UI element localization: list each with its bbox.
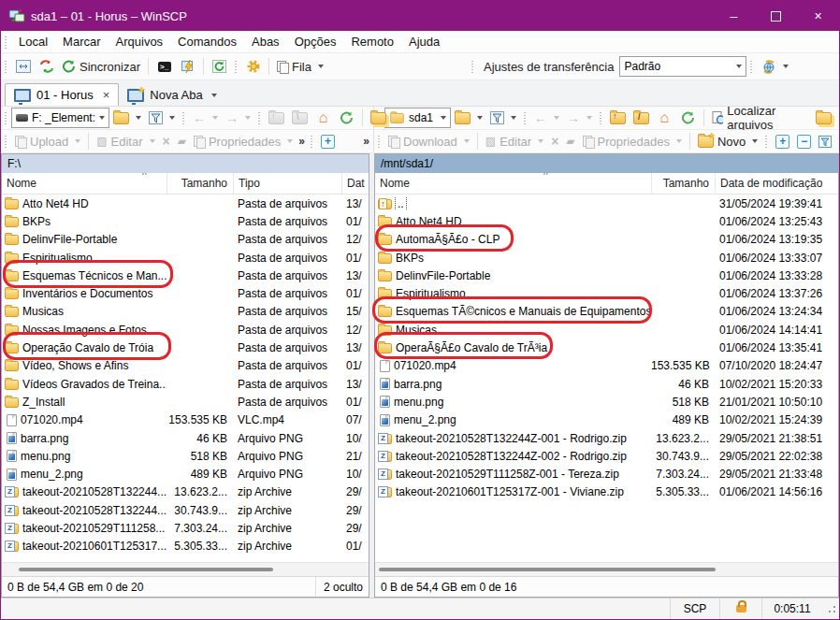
local-delete-button[interactable]: × (159, 132, 174, 151)
toolbar-grip[interactable] (4, 134, 8, 149)
overflow-chevron[interactable]: » (361, 135, 371, 148)
tab-close-icon[interactable]: × (103, 88, 110, 102)
toolbar-grip[interactable] (4, 59, 8, 74)
file-row[interactable]: Atto Net4 HD01/06/2024 13:25:43 (375, 212, 838, 230)
file-row[interactable]: Inventários e DocumentosPasta de arquivo… (2, 284, 369, 302)
synchronize-browsing-icon[interactable] (35, 57, 58, 77)
preferences-gear-icon[interactable] (241, 57, 265, 77)
toolbar-grip[interactable] (257, 110, 262, 125)
file-row[interactable]: takeout-20210529T111258Z-001 - Tereza.zi… (375, 465, 838, 483)
toolbar-grip[interactable] (310, 134, 314, 149)
remote-filter-button[interactable] (486, 109, 520, 126)
remote-filter-toggle[interactable] (815, 134, 835, 150)
toolbar-grip[interactable] (4, 35, 8, 50)
file-row[interactable]: Espiritualismo01/06/2024 13:37:26 (375, 284, 838, 302)
local-forward-button[interactable]: → (222, 109, 254, 126)
file-row[interactable]: 071020.mp4153.535 KBVLC.mp407/ (2, 411, 369, 429)
toolbar-grip[interactable] (234, 59, 239, 74)
local-drive-select[interactable]: F: _Element: (11, 108, 109, 128)
file-row[interactable]: takeout-20210528T132244...30.743.9...zip… (2, 501, 369, 519)
file-row[interactable]: takeout-20210529T111258...7.303.24...zip… (2, 519, 369, 537)
remote-forward-button[interactable]: → (563, 109, 596, 126)
minimize-button[interactable]: – (713, 1, 755, 31)
tab-01-horus[interactable]: 01 - Horus × (5, 83, 119, 106)
remote-back-button[interactable]: ← (530, 109, 563, 126)
file-row[interactable]: barra.png46 KB10/02/2021 15:20:33 (375, 375, 838, 393)
transfer-options-globe-icon[interactable] (757, 57, 780, 77)
custom-command-icon[interactable] (176, 57, 199, 77)
encryption-cell[interactable] (719, 598, 761, 619)
menu-comandos[interactable]: Comandos (170, 35, 244, 49)
menu-arquivos[interactable]: Arquivos (109, 35, 171, 49)
remote-horizontal-scrollbar[interactable] (375, 562, 838, 576)
session-duration-cell[interactable]: 0:05:11 (761, 598, 822, 619)
resize-grip[interactable] (826, 603, 837, 614)
find-files-button[interactable]: Localizar arquivos (708, 102, 812, 134)
console-icon[interactable]: >_ (152, 57, 176, 77)
file-row[interactable]: takeout-20210528T132244...13.623.2...zip… (2, 483, 369, 501)
menu-remoto[interactable]: Remoto (343, 35, 401, 49)
file-row[interactable]: Operação Cavalo de TróiaPasta de arquivo… (2, 339, 369, 356)
remote-properties-button[interactable]: Propriedades (579, 133, 686, 151)
remote-path-bar[interactable]: /mnt/sda1/ (375, 154, 838, 173)
file-row[interactable]: AutomaÃ§Ã£o - CLP01/06/2024 13:19:35 (375, 231, 838, 249)
local-open-directory-button[interactable] (109, 110, 145, 126)
upload-button[interactable]: Upload (11, 133, 84, 151)
new-button[interactable]: ★Novo (694, 133, 761, 151)
toolbar-grip[interactable] (749, 59, 754, 74)
file-row[interactable]: Musicas01/06/2024 14:14:41 (375, 321, 838, 339)
remote-refresh-icon[interactable] (676, 108, 700, 128)
local-rename-button[interactable]: ▰ (174, 133, 190, 150)
file-row[interactable]: takeout-20210528T132244Z-001 - Rodrigo.z… (375, 429, 838, 447)
remote-remove-button[interactable]: − (793, 133, 815, 151)
remote-add-button[interactable]: + (772, 133, 793, 151)
file-row[interactable]: menu.png518 KBArquivo PNG21/ (2, 447, 369, 465)
local-edit-button[interactable]: ▨Editar (93, 133, 158, 151)
menu-local[interactable]: Local (11, 35, 55, 49)
remote-rename-button[interactable]: ▰ (562, 133, 578, 150)
file-row[interactable]: Esquemas TÃ©cnicos e Manuais de Equipame… (375, 303, 838, 321)
file-row[interactable]: ..31/05/2024 19:39:41 (375, 195, 838, 212)
file-row[interactable]: menu_2.png489 KB10/02/2021 15:24:39 (375, 411, 838, 429)
file-row[interactable]: OperaÃ§Ã£o Cavalo de TrÃ³ia01/06/2024 13… (375, 339, 838, 356)
overflow-chevron[interactable]: » (297, 135, 307, 148)
close-button[interactable]: × (797, 1, 839, 31)
menu-ajuda[interactable]: Ajuda (401, 35, 447, 49)
maximize-button[interactable] (755, 1, 797, 31)
menu-abas[interactable]: Abas (244, 35, 287, 49)
refresh-panels-icon[interactable] (208, 57, 231, 77)
file-row[interactable]: takeout-20210528T132244Z-002 - Rodrigo.z… (375, 447, 838, 465)
toolbar-grip[interactable] (471, 59, 475, 74)
local-root-directory-icon[interactable]: \ (288, 108, 311, 128)
local-add-button[interactable]: + (317, 133, 339, 151)
file-row[interactable]: BKPsPasta de arquivos01/ (2, 212, 369, 230)
file-row[interactable]: BKPs01/06/2024 13:33:07 (375, 249, 838, 267)
remote-directory-select[interactable]: sda1 (384, 108, 451, 128)
file-row[interactable]: DelinvFile-PortablePasta de arquivos12/ (2, 231, 369, 249)
protocol-cell[interactable]: SCP (670, 598, 719, 619)
file-row[interactable]: Vídeos Gravados de Treina...Pasta de arq… (2, 375, 369, 393)
title-bar[interactable]: sda1 – 01 - Horus – WinSCP – × (1, 1, 839, 31)
file-row[interactable]: menu.png518 KB21/01/2021 10:50:10 (375, 393, 838, 411)
file-row[interactable]: barra.png46 KBArquivo PNG10/ (2, 429, 369, 447)
local-back-button[interactable]: ← (189, 109, 222, 126)
local-properties-button[interactable]: Propriedades (190, 133, 297, 151)
file-row[interactable]: Nossas Imagens e FotosPasta de arquivos1… (2, 321, 369, 339)
remote-root-directory-icon[interactable]: / (630, 108, 653, 128)
remote-parent-directory-icon[interactable]: ↑ (606, 108, 630, 128)
file-row[interactable]: takeout-20210601T125317...5.305.33...zip… (2, 538, 369, 555)
local-horizontal-scrollbar[interactable] (2, 562, 369, 576)
panel-layout-icon[interactable] (11, 57, 35, 77)
toolbar-grip[interactable] (599, 110, 603, 125)
column-header-date[interactable]: Data de modificação (715, 173, 838, 194)
toolbar-grip[interactable] (523, 110, 528, 125)
toolbar-grip[interactable] (764, 134, 769, 149)
transfer-settings-select[interactable]: Padrão (619, 56, 746, 77)
toolbar-grip[interactable] (181, 110, 186, 125)
file-row[interactable]: 071020.mp4153.535 KB07/10/2020 18:24:47 (375, 357, 838, 375)
local-path-bar[interactable]: F:\ (2, 154, 369, 173)
transfer-options-caret[interactable] (783, 65, 789, 68)
file-row[interactable]: EspiritualismoPasta de arquivos01/ (2, 249, 369, 267)
file-row[interactable]: MusicasPasta de arquivos15/ (2, 303, 369, 321)
column-header-size[interactable]: Tamanho (167, 173, 233, 194)
